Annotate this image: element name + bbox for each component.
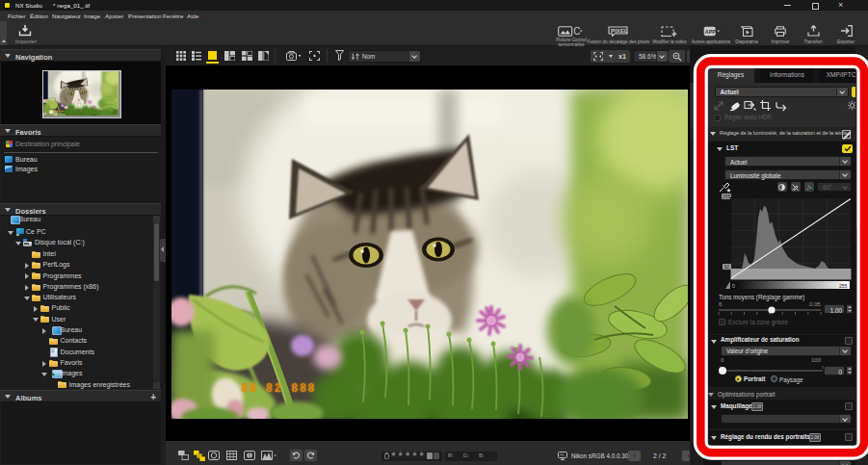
svg-text:C: C	[573, 26, 580, 37]
svg-text:APP: APP	[705, 29, 716, 35]
svg-text:88 82 888: 88 82 888	[241, 382, 316, 396]
svg-text:0: 0	[732, 283, 735, 289]
svg-text:PIXEL: PIXEL	[611, 27, 628, 34]
svg-text:255: 255	[839, 283, 848, 289]
